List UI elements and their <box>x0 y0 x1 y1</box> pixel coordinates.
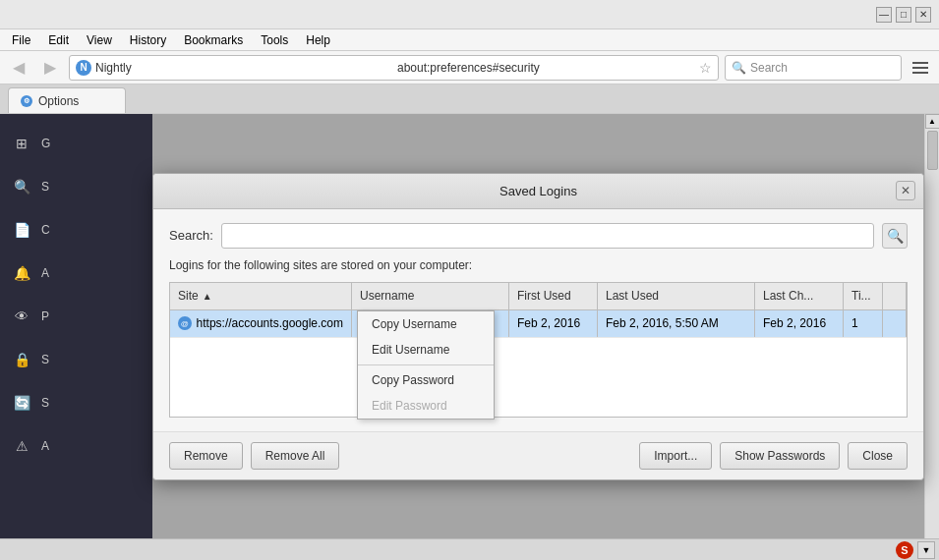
maximize-button[interactable]: □ <box>896 7 911 23</box>
sort-icon: ▲ <box>203 291 212 302</box>
lock-icon: 🔒 <box>12 350 31 369</box>
sidebar-label-4: P <box>41 309 49 323</box>
minimize-button[interactable]: — <box>876 7 892 23</box>
footer-left-buttons: Remove Remove All <box>169 442 339 470</box>
td-last-used: Feb 2, 2016, 5:50 AM <box>598 310 755 337</box>
sidebar-item-advanced[interactable]: ⚠ A <box>0 424 152 468</box>
search-go-button[interactable]: 🔍 <box>882 223 908 249</box>
bookmark-star[interactable]: ☆ <box>699 60 712 76</box>
address-favicon: N <box>76 60 91 76</box>
context-copy-username[interactable]: Copy Username <box>358 311 494 337</box>
menu-help[interactable]: Help <box>298 31 338 49</box>
document-icon: 📄 <box>12 220 31 240</box>
warning-icon: ⚠ <box>12 436 31 456</box>
menu-file[interactable]: File <box>4 31 38 49</box>
import-button[interactable]: Import... <box>639 442 712 470</box>
nav-bar: ◀ ▶ N Nightly about:preferences#security… <box>0 51 939 84</box>
menu-bookmarks[interactable]: Bookmarks <box>176 31 251 49</box>
address-bar[interactable]: N Nightly about:preferences#security ☆ <box>69 55 719 81</box>
th-first-used[interactable]: First Used <box>509 283 598 309</box>
main-content: ⊞ G 🔍 S 📄 C 🔔 A 👁 P 🔒 S <box>0 114 939 538</box>
td-icon <box>883 310 907 337</box>
tab-label: Options <box>38 94 79 108</box>
search-label: Search: <box>169 228 213 243</box>
sidebar-item-applications[interactable]: 🔔 A <box>0 252 152 295</box>
td-last-changed: Feb 2, 2016 <box>755 310 844 337</box>
sidebar-label-6: S <box>41 396 49 410</box>
th-site[interactable]: Site ▲ <box>170 283 352 309</box>
status-bar: S ▼ <box>0 538 939 560</box>
saved-logins-dialog: Saved Logins ✕ Search: 🔍 Logins for the … <box>152 173 924 480</box>
sidebar-item-security[interactable]: 🔒 S <box>0 338 152 381</box>
sidebar-label-1: S <box>41 180 49 194</box>
security-status-icon: S <box>896 541 913 559</box>
remove-all-button[interactable]: Remove All <box>251 442 340 470</box>
sidebar-item-search[interactable]: 🔍 S <box>0 165 152 208</box>
dialog-footer: Remove Remove All Import... Show Passwor… <box>153 431 923 479</box>
browser-window: — □ ✕ File Edit View History Bookmarks T… <box>0 0 939 560</box>
menu-edit[interactable]: Edit <box>40 31 77 49</box>
table-row[interactable]: @ https://accounts.google.com m Feb 2, 2… <box>170 310 907 338</box>
search-box[interactable]: 🔍 Search <box>725 55 902 81</box>
apps-icon: 🔔 <box>12 263 31 283</box>
context-edit-password: Edit Password <box>358 393 494 419</box>
th-username[interactable]: Username <box>352 283 509 309</box>
grid-icon: ⊞ <box>12 134 31 153</box>
modal-overlay: Saved Logins ✕ Search: 🔍 Logins for the … <box>152 114 924 538</box>
remove-button[interactable]: Remove <box>169 442 243 470</box>
menu-view[interactable]: View <box>79 31 120 49</box>
td-times: 1 <box>844 310 883 337</box>
title-bar: — □ ✕ <box>0 0 939 29</box>
context-edit-username[interactable]: Edit Username <box>358 337 494 363</box>
close-button[interactable]: Close <box>848 442 908 470</box>
dialog-body: Search: 🔍 Logins for the following sites… <box>153 209 923 431</box>
sidebar-label-7: A <box>41 439 49 453</box>
sidebar-item-sync[interactable]: 🔄 S <box>0 381 152 424</box>
scroll-down-button[interactable]: ▼ <box>917 541 935 559</box>
page-area: Saved Logins ✕ Search: 🔍 Logins for the … <box>152 114 924 538</box>
show-passwords-button[interactable]: Show Passwords <box>720 442 840 470</box>
sidebar-label-3: A <box>41 266 49 280</box>
search-icon: 🔍 <box>732 61 746 75</box>
sidebar-item-privacy[interactable]: 👁 P <box>0 295 152 338</box>
search-placeholder: Search <box>750 61 788 75</box>
search-input[interactable] <box>221 223 874 249</box>
th-last-changed[interactable]: Last Ch... <box>755 283 844 309</box>
menu-history[interactable]: History <box>122 31 174 49</box>
dialog-title: Saved Logins <box>499 184 577 198</box>
menu-tools[interactable]: Tools <box>253 31 296 49</box>
dialog-header: Saved Logins ✕ <box>153 174 923 209</box>
hamburger-line-1 <box>912 62 928 64</box>
sidebar-label-2: C <box>41 223 50 237</box>
forward-button[interactable]: ▶ <box>37 55 63 81</box>
th-times[interactable]: Ti... <box>844 283 883 309</box>
tab-options[interactable]: ⚙ Options <box>8 87 126 113</box>
close-window-button[interactable]: ✕ <box>915 7 931 23</box>
context-copy-password[interactable]: Copy Password <box>358 367 494 393</box>
hamburger-line-2 <box>912 67 928 69</box>
th-last-used[interactable]: Last Used <box>598 283 755 309</box>
sidebar-label-0: G <box>41 137 50 150</box>
dialog-close-button[interactable]: ✕ <box>896 181 915 200</box>
hamburger-menu-button[interactable] <box>908 55 933 81</box>
tab-bar: ⚙ Options <box>0 84 939 114</box>
scroll-up-button[interactable]: ▲ <box>925 114 940 129</box>
sidebar-item-general[interactable]: ⊞ G <box>0 122 152 165</box>
sidebar-item-content[interactable]: 📄 C <box>0 208 152 252</box>
address-url: about:preferences#security <box>397 61 695 75</box>
sidebar: ⊞ G 🔍 S 📄 C 🔔 A 👁 P 🔒 S <box>0 114 152 538</box>
scrollbar: ▲ <box>924 114 939 538</box>
info-text: Logins for the following sites are store… <box>169 258 908 272</box>
context-menu: Copy Username Edit Username Copy Passwor… <box>357 310 495 420</box>
td-first-used: Feb 2, 2016 <box>509 310 598 337</box>
menu-bar: File Edit View History Bookmarks Tools H… <box>0 29 939 51</box>
back-button[interactable]: ◀ <box>6 55 31 81</box>
search-row: Search: 🔍 <box>169 223 908 249</box>
search2-icon: 🔍 <box>12 177 31 196</box>
context-separator <box>358 364 494 365</box>
privacy-icon: 👁 <box>12 307 31 326</box>
tab-favicon: ⚙ <box>21 95 32 107</box>
site-favicon: @ <box>178 316 192 330</box>
table-header: Site ▲ Username First Used <box>170 283 907 310</box>
scrollbar-thumb[interactable] <box>927 131 938 170</box>
